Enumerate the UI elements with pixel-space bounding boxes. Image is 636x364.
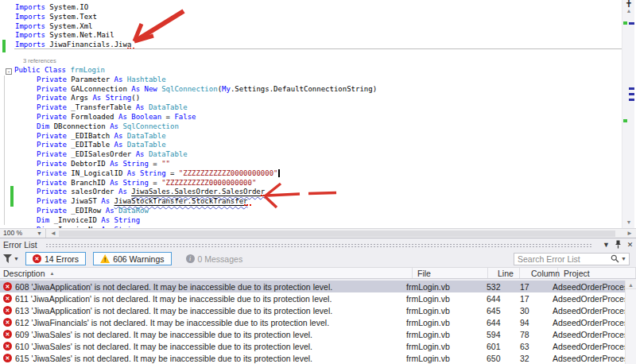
error-row[interactable]: ✕610 'JiwaSales' is not declared. It may… <box>0 340 625 352</box>
errorlist-vertical-scrollbar[interactable]: ▲ <box>625 281 636 364</box>
code-token: As <box>106 207 114 215</box>
error-row[interactable]: ✕612 'JiwaFinancials' is not declared. I… <box>0 316 625 328</box>
splitter-handle-icon[interactable]: ╋ <box>622 0 635 7</box>
cell-file: frmLogin.vb <box>401 354 477 363</box>
error-description: 611 'JiwaApplication' is not declared. I… <box>15 294 332 304</box>
code-token: False <box>174 113 196 121</box>
editor-vertical-scrollbar[interactable]: ╋ ▲ ▼ <box>622 0 634 228</box>
code-token: As <box>114 132 123 140</box>
warnings-filter-button[interactable]: ! 606 Warnings <box>93 252 171 265</box>
errors-filter-button[interactable]: ✕ 14 Errors <box>25 252 86 265</box>
cell-description: ✕609 'JiwaSales' is not declared. It may… <box>0 330 401 339</box>
code-token: As <box>131 85 140 93</box>
code-token: My <box>222 85 231 93</box>
code-token: Private <box>37 85 67 93</box>
code-line[interactable]: Private JiwaST As JiwaStockTransfer.Stoc… <box>37 197 612 207</box>
cell-project: AdseedOrderProcess <box>547 282 625 292</box>
code-line[interactable]: Imports System.Net.Mail <box>15 31 612 41</box>
panel-title: Error List <box>3 240 37 250</box>
error-row[interactable]: ✕613 'JiwaApplication' is not declared. … <box>0 304 625 316</box>
code-token: Boolean <box>131 113 161 121</box>
chevron-down-icon[interactable]: ▼ <box>600 241 612 249</box>
code-line[interactable]: Private GALconnection As New SqlConnecti… <box>37 85 612 95</box>
error-row[interactable]: ✕611 'JiwaApplication' is not declared. … <box>0 292 625 304</box>
error-description: 615 'JiwaSales' is not declared. It may … <box>15 354 312 363</box>
code-line[interactable]: Dim DBconnection As SqlConnection <box>37 122 612 132</box>
pin-icon[interactable] <box>612 240 624 249</box>
search-dropdown-icon[interactable]: ▼ <box>621 256 626 261</box>
search-box[interactable]: ▼ <box>514 253 630 265</box>
code-line[interactable]: Dim _InvoiceID As String <box>37 216 612 226</box>
code-token: Private <box>37 132 67 140</box>
code-line[interactable]: Private DebtorID As String = "" <box>37 160 612 169</box>
codelens-references[interactable]: 3 references <box>23 50 612 66</box>
scroll-down-icon[interactable]: ▼ <box>622 219 635 225</box>
column-header-file[interactable]: File <box>413 268 488 278</box>
column-header-description[interactable]: Description▲ <box>0 268 413 278</box>
scroll-left-icon[interactable]: ◄ <box>50 230 56 237</box>
scroll-up-icon[interactable]: ▲ <box>626 281 636 289</box>
code-token: DataTable <box>127 141 166 149</box>
code-token: DataTable <box>127 132 166 140</box>
code-token: JiwaSales.SalesOrder.SalesOrder <box>131 188 265 196</box>
column-header-label: Column <box>531 269 560 278</box>
code-token: frmLogin <box>70 66 104 74</box>
code-line[interactable]: Private _TransferTable As DataTable <box>37 103 612 113</box>
error-icon: ✕ <box>3 342 12 350</box>
code-line[interactable]: Private _EDIRow As DataRow <box>37 207 612 216</box>
code-line[interactable]: Private _EDIBatch As DataTable <box>37 132 612 141</box>
error-description: 613 'JiwaApplication' is not declared. I… <box>15 306 332 316</box>
close-icon[interactable]: ✕ <box>624 241 636 249</box>
messages-filter-button[interactable]: i 0 Messages <box>179 252 250 265</box>
horizontal-scroll-thumb[interactable] <box>59 230 615 237</box>
code-token: Imports <box>15 13 45 21</box>
code-token: String <box>106 94 132 102</box>
code-line[interactable]: Private _EDISalesOrder As DataTable <box>37 150 612 160</box>
error-description: 609 'JiwaSales' is not declared. It may … <box>15 330 312 339</box>
cell-description: ✕612 'JiwaFinancials' is not declared. I… <box>0 318 401 327</box>
red-squiggle <box>244 203 251 206</box>
scroll-up-icon[interactable]: ▲ <box>622 8 635 14</box>
code-token: Formloaded <box>67 113 118 121</box>
code-line[interactable]: Private IN_LogicalID As String = "ZZZZZZ… <box>37 169 612 179</box>
code-line[interactable]: Private Args As String() <box>37 94 612 103</box>
error-row[interactable]: ✕615 'JiwaSales' is not declared. It may… <box>0 352 625 364</box>
code-line[interactable]: Private Formloaded As Boolean = False <box>37 113 612 122</box>
cell-line: 594 <box>477 330 509 339</box>
error-row[interactable]: ✕609 'JiwaSales' is not declared. It may… <box>0 328 625 340</box>
zoom-select[interactable]: 100 % ▼ <box>0 229 46 238</box>
code-line[interactable]: Private salesOrder As JiwaSales.SalesOrd… <box>37 188 612 197</box>
error-row[interactable]: ✕608 'JiwaApplication' is not declared. … <box>0 281 625 292</box>
column-header-line[interactable]: Line <box>488 268 520 278</box>
code-editor[interactable]: Imports System.IOImports System.TextImpo… <box>0 0 612 228</box>
code-token: Private <box>37 113 67 121</box>
code-token: As <box>127 169 136 177</box>
fold-toggle-icon[interactable]: - <box>6 68 12 75</box>
code-token: As <box>92 94 101 102</box>
search-input[interactable] <box>514 254 611 264</box>
filter-icon[interactable] <box>3 254 12 263</box>
caret-position-marker <box>629 22 634 25</box>
search-icon[interactable] <box>611 254 619 263</box>
scroll-right-icon[interactable]: ► <box>626 230 633 237</box>
code-line[interactable]: Private _EDITable As DataTable <box>37 141 612 150</box>
cell-line: 532 <box>477 282 509 292</box>
code-token: _EDIBatch <box>67 132 114 140</box>
change-marker <box>623 119 627 122</box>
code-line[interactable]: -Public Class frmLogin <box>6 66 612 76</box>
code-token: _EDITable <box>67 141 114 149</box>
cell-project: AdseedOrderProcess <box>547 330 625 339</box>
code-line[interactable]: Private BranchID As String = "ZZZZZZZZZZ… <box>37 179 612 188</box>
code-line[interactable]: Private Parameter As Hashtable <box>37 76 612 85</box>
error-list-panel: Error List ▼ ✕ ▼ ✕ 14 Errors ! 606 Warni… <box>0 238 636 364</box>
code-line[interactable]: Imports System.Text <box>15 13 612 22</box>
column-header-project[interactable]: Project <box>558 268 636 278</box>
cell-column: 30 <box>509 306 547 316</box>
code-line[interactable]: Imports System.IO <box>15 3 612 13</box>
code-line[interactable]: Imports System.Xml <box>15 22 612 32</box>
filter-dropdown-icon[interactable]: ▼ <box>14 256 19 261</box>
errors-filter-label: 14 Errors <box>45 254 79 264</box>
column-header-column[interactable]: Column <box>520 268 558 278</box>
cell-line: 645 <box>477 306 509 316</box>
warning-icon: ! <box>100 254 110 263</box>
